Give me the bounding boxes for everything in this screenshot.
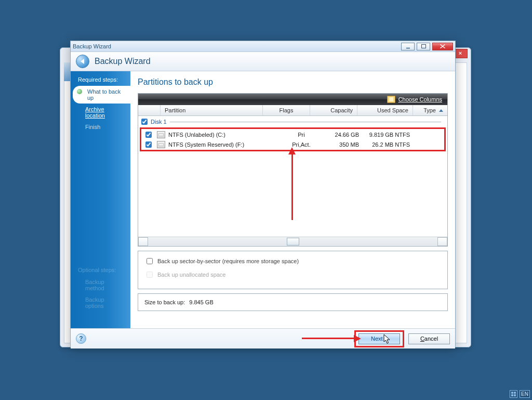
col-checkbox[interactable]	[138, 105, 161, 115]
wizard-window: Backup Wizard ▁ Backup Wizard Required s…	[70, 41, 456, 347]
sidebar: Required steps: What to back up Archive …	[71, 71, 130, 328]
size-value: 9.845 GB	[189, 299, 213, 305]
table-header: Partition Flags Capacity Used Space Type	[138, 105, 447, 116]
step-backup-options: Backup options	[71, 294, 130, 312]
back-arrow-icon	[81, 59, 84, 64]
choose-columns-link[interactable]: Choose Columns	[398, 96, 442, 102]
scroll-right-button[interactable]	[437, 237, 447, 246]
size-summary: Size to back up: 9.845 GB	[138, 293, 448, 311]
row1-name: NTFS (Unlabeled) (C:)	[168, 132, 225, 138]
step-archive-location[interactable]: Archive location	[71, 104, 130, 121]
sort-asc-icon	[439, 109, 443, 112]
step-what-to-back-up[interactable]: What to back up	[73, 86, 130, 104]
col-type[interactable]: Type	[413, 105, 447, 115]
row2-name: NTFS (System Reserved) (F:)	[168, 141, 244, 148]
annotation-next-highlight: Next >	[354, 330, 404, 347]
language-code[interactable]: EN	[520, 390, 530, 398]
footer: ? Next > Cancel	[71, 328, 455, 349]
opt-unallocated: Back up unallocated space	[144, 270, 441, 279]
choose-columns-icon	[387, 96, 395, 103]
language-indicator[interactable]: EN	[510, 390, 530, 398]
titlebar[interactable]: Backup Wizard ▁	[71, 41, 455, 52]
row2-used: 26.2 MB	[372, 141, 393, 148]
col-flags[interactable]: Flags	[263, 105, 310, 115]
scroll-thumb[interactable]	[287, 238, 299, 246]
optional-steps-label: Optional steps:	[71, 262, 130, 276]
options-panel: Back up sector-by-sector (requires more …	[138, 251, 448, 289]
drive-icon	[157, 131, 165, 138]
row1-flags: Pri	[298, 132, 304, 138]
drive-icon	[157, 141, 165, 148]
minimize-button[interactable]: ▁	[401, 43, 415, 50]
row2-checkbox[interactable]	[145, 141, 152, 148]
close-button[interactable]	[432, 43, 453, 50]
help-button[interactable]: ?	[76, 333, 86, 344]
window-title: Backup Wizard	[73, 43, 111, 49]
opt-sector-checkbox[interactable]	[147, 258, 153, 264]
row1-checkbox[interactable]	[145, 132, 152, 138]
row1-capacity: 24.66 GB	[335, 132, 359, 138]
back-button[interactable]	[76, 55, 89, 68]
horizontal-scrollbar[interactable]	[138, 237, 447, 246]
table-row[interactable]: NTFS (System Reserved) (F:) Pri,Act. 350…	[141, 139, 444, 149]
partitions-panel: Choose Columns Partition Flags Capacity …	[138, 93, 448, 247]
table-body: Disk 1 NTFS (Unlabeled) (C:) Pri 24.66 G…	[138, 116, 447, 237]
maximize-button[interactable]	[417, 43, 430, 50]
step-backup-method: Backup method	[71, 276, 130, 294]
col-partition[interactable]: Partition	[161, 105, 263, 115]
disk-group-row[interactable]: Disk 1	[138, 116, 447, 127]
step-placeholder	[71, 312, 130, 323]
page-heading: Partitions to back up	[138, 78, 448, 87]
wizard-header: Backup Wizard	[71, 52, 455, 71]
scroll-track[interactable]	[148, 238, 437, 246]
step-finish[interactable]: Finish	[71, 121, 130, 133]
wizard-title: Backup Wizard	[95, 57, 151, 66]
disk1-label: Disk 1	[151, 119, 167, 125]
col-capacity[interactable]: Capacity	[310, 105, 357, 115]
required-steps-label: Required steps:	[71, 71, 130, 86]
opt-unallocated-checkbox	[147, 272, 153, 278]
row2-capacity: 350 MB	[339, 141, 359, 148]
cancel-button[interactable]: Cancel	[408, 333, 450, 344]
disk1-checkbox[interactable]	[141, 119, 148, 125]
opt-sector-by-sector[interactable]: Back up sector-by-sector (requires more …	[144, 256, 441, 266]
row2-flags: Pri,Act.	[292, 141, 310, 148]
table-row[interactable]: NTFS (Unlabeled) (C:) Pri 24.66 GB 9.819…	[141, 130, 444, 139]
scroll-left-button[interactable]	[138, 237, 148, 246]
table-toolbar: Choose Columns	[138, 94, 447, 105]
size-label: Size to back up:	[144, 299, 185, 305]
next-button[interactable]: Next >	[358, 333, 400, 344]
col-used-space[interactable]: Used Space	[357, 105, 413, 115]
keyboard-layout-icon[interactable]	[510, 390, 517, 398]
row1-used: 9.819 GB	[369, 132, 393, 138]
partition-rows-highlight: NTFS (Unlabeled) (C:) Pri 24.66 GB 9.819…	[140, 127, 446, 151]
